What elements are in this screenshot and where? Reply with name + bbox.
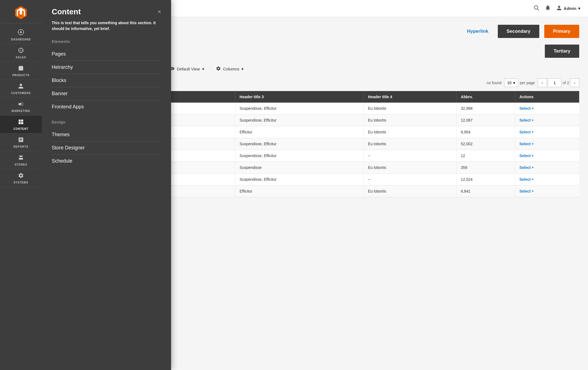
row-abbrv: 32,998 xyxy=(456,103,515,114)
row-h4: -- xyxy=(364,174,456,185)
user-name-label: Admin xyxy=(564,6,576,11)
select-action-link[interactable]: Select xyxy=(520,118,531,122)
search-icon[interactable] xyxy=(533,5,539,12)
select-action-link[interactable]: Select xyxy=(520,106,531,111)
row-actions: Select ▾ xyxy=(515,185,579,197)
per-page-dropdown-icon: ▾ xyxy=(513,81,515,85)
flyout-elements-label: Elements xyxy=(52,39,161,44)
select-action-link[interactable]: Select xyxy=(520,130,531,134)
sidebar-item-customers[interactable]: CUSTOMERS xyxy=(0,80,42,98)
row-actions: Select ▾ xyxy=(515,174,579,185)
sidebar-item-dashboard[interactable]: DASHBOARD xyxy=(0,26,42,44)
table-header-h4: Header title 4 xyxy=(364,91,456,103)
row-abbrv: 6,841 xyxy=(456,185,515,197)
sidebar-item-content[interactable]: CONTENT xyxy=(0,116,42,133)
flyout-elements-item[interactable]: Blocks xyxy=(52,74,161,87)
select-action-link[interactable]: Select xyxy=(520,189,531,193)
flyout-elements-list: PagesHeirarchyBlocksBannerFrontend Apps xyxy=(52,48,161,113)
row-h3: Efficitur xyxy=(235,185,364,197)
sidebar: DASHBOARD SALES PRODUCTS CUSTOMERS MARKE… xyxy=(0,0,42,370)
row-actions: Select ▾ xyxy=(515,126,579,138)
flyout-elements-item[interactable]: Pages xyxy=(52,48,161,61)
row-actions: Select ▾ xyxy=(515,162,579,174)
view-label: Default View xyxy=(177,67,200,71)
select-action-dropdown-icon[interactable]: ▾ xyxy=(532,130,534,134)
sidebar-item-sales-label: SALES xyxy=(16,56,26,59)
select-action-dropdown-icon[interactable]: ▾ xyxy=(532,106,534,110)
select-action-dropdown-icon[interactable]: ▾ xyxy=(532,154,534,158)
sales-icon xyxy=(18,47,24,54)
row-actions: Select ▾ xyxy=(515,114,579,126)
select-action-link[interactable]: Select xyxy=(520,154,531,158)
row-h3: Suspendisse, Efficitur xyxy=(235,174,364,185)
row-abbrv: 358 xyxy=(456,162,515,174)
flyout-design-item[interactable]: Themes xyxy=(52,128,161,141)
sidebar-item-products[interactable]: PRODUCTS xyxy=(0,62,42,80)
content-icon xyxy=(18,119,24,126)
flyout-elements-item[interactable]: Banner xyxy=(52,87,161,100)
dashboard-icon xyxy=(18,29,24,37)
sidebar-item-products-label: PRODUCTS xyxy=(12,74,30,77)
row-actions: Select ▾ xyxy=(515,103,579,114)
sidebar-item-systems-label: SYSTEMS xyxy=(13,181,28,184)
sidebar-item-marketing[interactable]: MARKETING xyxy=(0,98,42,116)
flyout-elements-item[interactable]: Heirarchy xyxy=(52,61,161,74)
flyout-design-list: ThemesStore DesignerSchedule xyxy=(52,128,161,168)
row-h3: Suspendisse, Efficitur xyxy=(235,150,364,162)
user-dropdown-icon: ▾ xyxy=(578,6,580,11)
row-h4: Eu lobortis xyxy=(364,185,456,197)
select-action-dropdown-icon[interactable]: ▾ xyxy=(532,177,534,181)
select-action-dropdown-icon[interactable]: ▾ xyxy=(532,118,534,122)
flyout-elements-item[interactable]: Frontend Apps xyxy=(52,100,161,113)
row-h4: Eu lobortis xyxy=(364,103,456,114)
sidebar-item-reports-label: REPORTS xyxy=(13,145,28,148)
sidebar-item-reports[interactable]: REPORTS xyxy=(0,133,42,151)
columns-label: Columns xyxy=(223,67,239,71)
reports-icon xyxy=(18,137,24,144)
flyout-header: Content × xyxy=(52,8,161,16)
row-h3: Efficitur xyxy=(235,126,364,138)
sidebar-navigation: DASHBOARD SALES PRODUCTS CUSTOMERS MARKE… xyxy=(0,23,42,187)
hyperlink-button[interactable]: Hyperlink xyxy=(463,26,493,37)
results-found-text: ns found xyxy=(487,81,502,85)
select-action-dropdown-icon[interactable]: ▾ xyxy=(532,166,534,169)
default-view-button[interactable]: Default View ▾ xyxy=(166,64,208,74)
per-page-control[interactable]: 10 ▾ xyxy=(504,79,518,87)
row-h3: Suspendisse, Efficitur xyxy=(235,103,364,114)
flyout-design-item[interactable]: Schedule xyxy=(52,155,161,168)
row-h3: Suspendisse, Efficitur xyxy=(235,114,364,126)
row-h3: Suspendisse xyxy=(235,162,364,174)
flyout-close-button[interactable]: × xyxy=(158,9,161,15)
per-page-select: 10 ▾ per page xyxy=(504,79,535,87)
results-text: ns found xyxy=(487,81,502,85)
sidebar-item-systems[interactable]: SYSTEMS xyxy=(0,169,42,187)
select-action-link[interactable]: Select xyxy=(520,142,531,146)
sidebar-item-stores-label: STORES xyxy=(15,163,27,166)
secondary-button[interactable]: Secondary xyxy=(498,25,539,38)
flyout-design-label: Design xyxy=(52,120,161,124)
row-actions: Select ▾ xyxy=(515,150,579,162)
sidebar-item-sales[interactable]: SALES xyxy=(0,44,42,62)
flyout-panel: Content × This is text that tells you so… xyxy=(42,0,171,370)
pagination-total: 2 xyxy=(567,81,569,85)
primary-button[interactable]: Primary xyxy=(544,25,579,38)
marketing-icon xyxy=(18,101,24,108)
pagination-prev-button[interactable]: ‹ xyxy=(538,78,547,87)
columns-button[interactable]: Columns ▾ xyxy=(212,64,248,74)
pagination-of: of xyxy=(563,81,566,85)
pagination-next-button[interactable]: › xyxy=(570,78,579,87)
select-action-link[interactable]: Select xyxy=(520,165,531,170)
tertiary-button[interactable]: Tertiary xyxy=(545,45,579,58)
sidebar-item-stores[interactable]: STORES xyxy=(0,151,42,169)
select-action-dropdown-icon[interactable]: ▾ xyxy=(532,142,534,146)
notification-bell-icon[interactable] xyxy=(545,5,551,12)
select-action-dropdown-icon[interactable]: ▾ xyxy=(532,189,534,193)
row-abbrv: 12,524 xyxy=(456,174,515,185)
systems-icon xyxy=(18,172,24,180)
flyout-design-item[interactable]: Store Designer xyxy=(52,141,161,155)
user-menu[interactable]: Admin ▾ xyxy=(556,5,580,12)
row-abbrv: 12 xyxy=(456,150,515,162)
select-action-link[interactable]: Select xyxy=(520,177,531,182)
columns-dropdown-icon: ▾ xyxy=(241,67,244,72)
pagination-page-input[interactable] xyxy=(548,78,562,87)
